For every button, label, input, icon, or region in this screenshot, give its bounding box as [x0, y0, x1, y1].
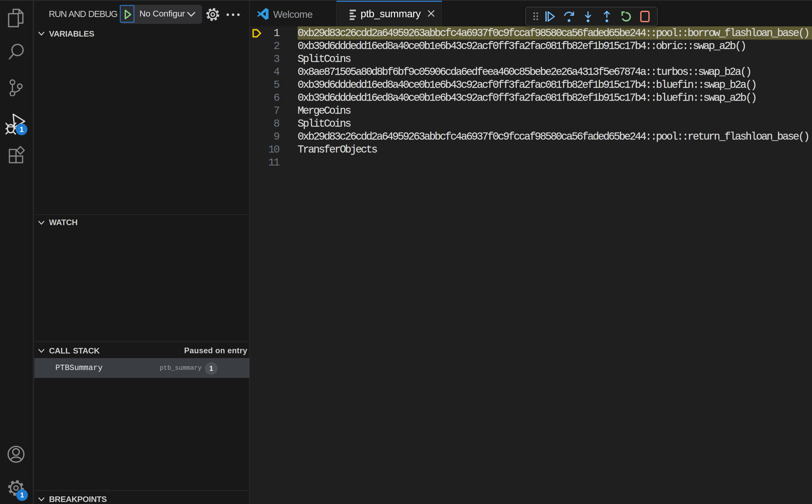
svg-text:1: 1 [20, 125, 24, 133]
